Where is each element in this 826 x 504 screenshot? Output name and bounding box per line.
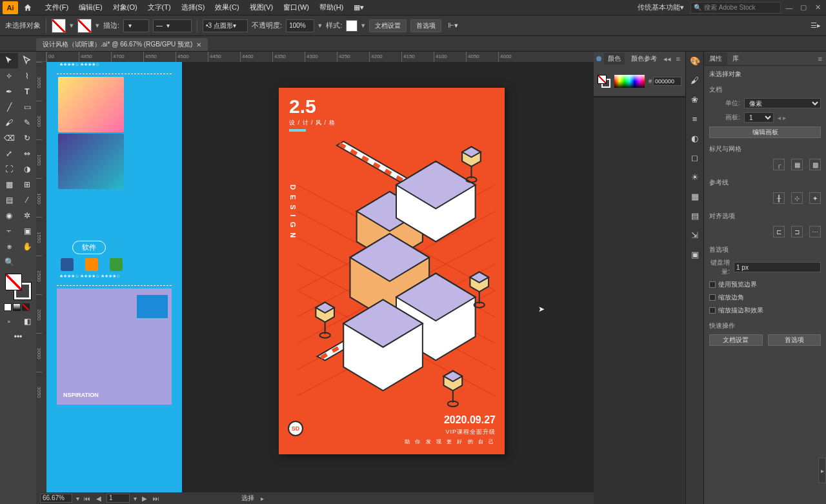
menu-file[interactable]: 文件(F) (40, 3, 74, 12)
eyedropper-tool[interactable]: ⁄ (18, 192, 36, 208)
panel-collapse-icon[interactable]: ◂◂ (663, 55, 671, 63)
stock-search[interactable]: 🔍 搜索 Adobe Stock (690, 2, 781, 14)
unit-select[interactable]: 像素 (744, 98, 821, 108)
gradient-panel-icon[interactable]: ◐ (689, 132, 701, 145)
lasso-tool[interactable]: ⌇ (18, 68, 36, 84)
perspective-tool[interactable]: ▦ (0, 177, 18, 192)
document-tab[interactable]: 设计风格（试听课）.ai* @ 66.67% (RGB/GPU 预览) ✕ (36, 38, 208, 51)
panel-menu-icon[interactable]: ☰▸ (811, 21, 821, 30)
workspace-switcher[interactable]: 传统基本功能 ▾ (634, 1, 688, 14)
artboards-icon[interactable]: ▣ (689, 248, 701, 261)
panel-toggle-icon[interactable]: ▸ (818, 458, 826, 483)
align-icon[interactable]: ⊩▾ (445, 21, 461, 30)
opacity-field[interactable]: 100% (286, 19, 314, 32)
free-transform-tool[interactable]: ⛶ (0, 161, 18, 177)
stroke-profile-field[interactable]: • 3 点圆形 ▾ (203, 19, 248, 32)
chk-preview-bounds[interactable]: 使用预览边界 (709, 280, 821, 289)
zoom-field[interactable]: 66.67% (40, 494, 72, 503)
transparency-icon[interactable]: ◻ (689, 151, 701, 164)
hand-tool[interactable]: ✋ (18, 239, 36, 254)
line-tool[interactable]: ╱ (0, 99, 18, 115)
slice-tool[interactable]: ⎈ (0, 239, 18, 254)
menu-view[interactable]: 视图(V) (245, 3, 279, 12)
menu-edit[interactable]: 编辑(E) (74, 3, 108, 12)
guides-visibility-icon[interactable]: ╂ (773, 192, 785, 204)
fill-swatch[interactable] (52, 19, 66, 33)
hex-input[interactable] (653, 77, 681, 86)
rotate-tool[interactable]: ↻ (18, 130, 36, 146)
hex-field[interactable]: # (649, 77, 681, 86)
arrange-docs-icon[interactable]: ▦▾ (348, 3, 369, 12)
magic-wand-tool[interactable]: ✧ (0, 68, 18, 84)
ruler-origin[interactable] (36, 52, 46, 62)
chk-scale-corners[interactable]: 缩放边角 (709, 293, 821, 302)
draw-mode-icon[interactable]: ◧ (18, 314, 36, 329)
zoom-tool[interactable]: 🔍 (0, 254, 18, 270)
asset-export-icon[interactable]: ⇲ (689, 228, 701, 241)
pen-tool[interactable]: ✒ (0, 84, 18, 99)
selection-tool[interactable] (0, 53, 18, 68)
swatches-icon[interactable]: 🎨 (689, 54, 701, 67)
artboard-select[interactable]: 1 (744, 112, 774, 123)
graphic-styles-icon[interactable]: ▦ (689, 190, 701, 203)
stroke-weight-field[interactable]: ▾ (123, 19, 149, 32)
paintbrush-tool[interactable]: 🖌 (0, 115, 18, 130)
edit-toolbar-icon[interactable]: ••• (0, 329, 36, 345)
column-graph-tool[interactable]: ⫟ (0, 223, 18, 239)
menu-select[interactable]: 选择(S) (176, 3, 210, 12)
grid-icon[interactable]: ▦ (791, 159, 803, 170)
key-increment-field[interactable] (734, 262, 821, 272)
guides-lock-icon[interactable]: ⊹ (791, 192, 803, 204)
pencil-tool[interactable]: ✎ (18, 115, 36, 130)
artboard-prev-icon[interactable]: ◀ (95, 495, 103, 502)
artboard-tool[interactable]: ▣ (18, 223, 36, 239)
type-tool[interactable]: T (18, 84, 36, 99)
color-mode-row[interactable] (0, 303, 36, 314)
direct-selection-tool[interactable] (18, 53, 36, 68)
menu-object[interactable]: 对象(O) (108, 3, 143, 12)
mini-fill-stroke[interactable] (598, 75, 610, 88)
snap-pixel-icon[interactable]: ⊏ (773, 226, 785, 237)
horizontal-ruler[interactable]: 0048504700455045004450440043504300425042… (46, 52, 594, 62)
gradient-tool[interactable]: ▤ (0, 192, 18, 208)
menu-type[interactable]: 文字(T) (143, 3, 176, 12)
snap-point-icon[interactable]: ⊐ (791, 226, 803, 237)
mesh-tool[interactable]: ⊞ (18, 177, 36, 192)
stroke-panel-icon[interactable]: ≡ (689, 112, 701, 125)
artboard-next-icon[interactable]: ▶ (141, 495, 148, 502)
document-setup-button[interactable]: 文档设置 (369, 19, 407, 32)
appearance-icon[interactable]: ☀ (689, 170, 701, 183)
symbols-icon[interactable]: ❀ (689, 93, 701, 106)
vertical-ruler[interactable]: 305030001050100015502500205030003050 (36, 62, 46, 492)
layers-icon[interactable]: ▤ (689, 209, 701, 222)
close-tab-icon[interactable]: ✕ (196, 41, 201, 48)
menu-help[interactable]: 帮助(H) (314, 3, 348, 12)
window-restore-icon[interactable]: ▢ (798, 3, 809, 12)
align-more-icon[interactable]: ⋯ (809, 226, 821, 237)
shape-builder-tool[interactable]: ◑ (18, 161, 36, 177)
screen-mode-icon[interactable]: ▫ (0, 314, 18, 329)
canvas[interactable]: 0048504700455045004450440043504300425042… (36, 52, 594, 504)
tab-color[interactable]: 颜色 (604, 53, 625, 65)
quick-prefs-button[interactable]: 首选项 (768, 334, 821, 346)
blend-tool[interactable]: ◉ (0, 208, 18, 223)
tab-color-guide[interactable]: 颜色参考 (627, 53, 661, 65)
width-tool[interactable]: ⇔ (18, 146, 36, 161)
menu-window[interactable]: 窗口(W) (278, 3, 314, 12)
panel-menu-icon[interactable]: ≡ (674, 55, 683, 63)
eraser-tool[interactable]: ⌫ (0, 130, 18, 146)
panel-menu-icon[interactable]: ≡ (814, 55, 826, 63)
tab-properties[interactable]: 属性 (704, 52, 727, 65)
smart-guides-icon[interactable]: ✦ (809, 192, 821, 204)
preferences-button[interactable]: 首选项 (410, 19, 441, 32)
menu-effect[interactable]: 效果(C) (210, 3, 244, 12)
symbol-sprayer-tool[interactable]: ✲ (18, 208, 36, 223)
color-spectrum[interactable] (614, 75, 645, 88)
transparency-grid-icon[interactable]: ▩ (809, 159, 821, 170)
scale-tool[interactable]: ⤢ (0, 146, 18, 161)
tab-libraries[interactable]: 库 (727, 52, 744, 65)
artboard-first-icon[interactable]: ⏮ (83, 495, 91, 502)
artboard-last-icon[interactable]: ⏭ (152, 495, 160, 502)
brush-field[interactable]: — ▾ (153, 19, 192, 32)
window-close-icon[interactable]: ✕ (812, 3, 823, 12)
